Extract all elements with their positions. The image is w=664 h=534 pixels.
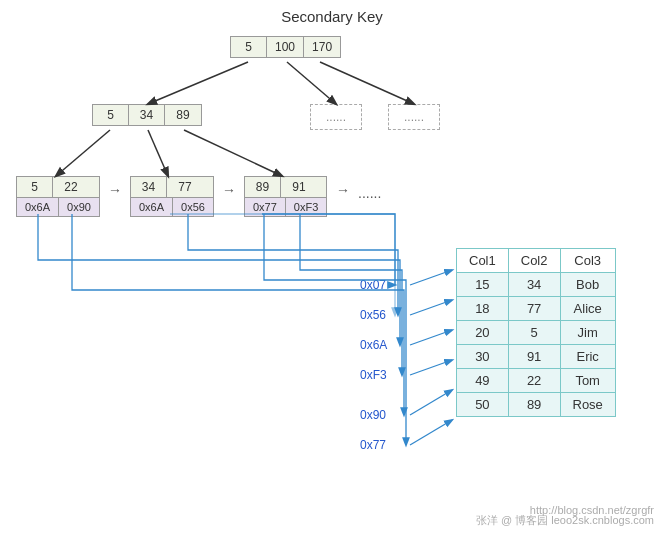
arrow-right-1: → — [222, 182, 236, 198]
table-cell-2-1: 5 — [508, 321, 560, 345]
table-cell-1-0: 18 — [457, 297, 509, 321]
root-cell-0: 5 — [231, 37, 267, 57]
dashed-node-0: ...... — [310, 104, 362, 130]
l2-1-ptr-1: 0x56 — [173, 198, 213, 216]
l2-1-ptr-0: 0x6A — [131, 198, 173, 216]
table-cell-4-2: Tom — [560, 369, 615, 393]
table-row: 1534Bob — [457, 273, 616, 297]
dashed-node-1: ...... — [388, 104, 440, 130]
table-cell-5-2: Rose — [560, 393, 615, 417]
col-header-2: Col3 — [560, 249, 615, 273]
table-cell-3-1: 91 — [508, 345, 560, 369]
root-node: 5 100 170 — [230, 36, 341, 58]
data-table: Col1 Col2 Col3 1534Bob1877Alice205Jim309… — [456, 248, 616, 417]
table-row: 5089Rose — [457, 393, 616, 417]
canvas: Secondary Key 5 100 170 5 34 89 ...... .… — [0, 0, 664, 534]
level2-node-2: 89 91 0x77 0xF3 — [244, 176, 327, 217]
arrow-right-2: → — [336, 182, 350, 198]
hex-label-1: 0x56 — [360, 308, 386, 322]
table-row: 4922Tom — [457, 369, 616, 393]
level2-node-0: 5 22 0x6A 0x90 — [16, 176, 100, 217]
l2-0-cell-0: 5 — [17, 177, 53, 197]
hex-label-5: 0x77 — [360, 438, 386, 452]
l2-1-cell-1: 77 — [167, 177, 203, 197]
col-header-0: Col1 — [457, 249, 509, 273]
l2-2-ptr-1: 0xF3 — [286, 198, 326, 216]
l2-2-cell-1: 91 — [281, 177, 317, 197]
l2-0-ptr-0: 0x6A — [17, 198, 59, 216]
l2-2-ptr-0: 0x77 — [245, 198, 286, 216]
table-row: 3091Eric — [457, 345, 616, 369]
hex-label-4: 0x90 — [360, 408, 386, 422]
level2-node-1: 34 77 0x6A 0x56 — [130, 176, 214, 217]
root-cell-1: 100 — [267, 37, 304, 57]
table-row: 205Jim — [457, 321, 616, 345]
page-title: Secondary Key — [0, 8, 664, 25]
root-cell-2: 170 — [304, 37, 340, 57]
level1-node-0: 5 34 89 — [92, 104, 202, 126]
table-cell-5-1: 89 — [508, 393, 560, 417]
l2-1-cell-0: 34 — [131, 177, 167, 197]
table-cell-2-0: 20 — [457, 321, 509, 345]
table-cell-2-2: Jim — [560, 321, 615, 345]
table-cell-3-2: Eric — [560, 345, 615, 369]
l2-0-ptr-1: 0x90 — [59, 198, 99, 216]
table-cell-0-0: 15 — [457, 273, 509, 297]
table-cell-0-2: Bob — [560, 273, 615, 297]
col-header-1: Col2 — [508, 249, 560, 273]
hex-label-0: 0x07 — [360, 278, 386, 292]
l1-cell-1: 34 — [129, 105, 165, 125]
watermark-author: 张洋 @ 博客园 leoo2sk.cnblogs.com — [476, 513, 654, 528]
table-cell-0-1: 34 — [508, 273, 560, 297]
arrow-right-0: → — [108, 182, 122, 198]
level2-ellipsis: ...... — [358, 185, 381, 201]
hex-label-3: 0xF3 — [360, 368, 387, 382]
table-cell-1-1: 77 — [508, 297, 560, 321]
l2-0-cell-1: 22 — [53, 177, 89, 197]
l1-cell-0: 5 — [93, 105, 129, 125]
table-cell-4-1: 22 — [508, 369, 560, 393]
table-cell-3-0: 30 — [457, 345, 509, 369]
table-cell-4-0: 49 — [457, 369, 509, 393]
table-cell-1-2: Alice — [560, 297, 615, 321]
table-row: 1877Alice — [457, 297, 616, 321]
l1-cell-2: 89 — [165, 105, 201, 125]
l2-2-cell-0: 89 — [245, 177, 281, 197]
hex-label-2: 0x6A — [360, 338, 387, 352]
table-cell-5-0: 50 — [457, 393, 509, 417]
